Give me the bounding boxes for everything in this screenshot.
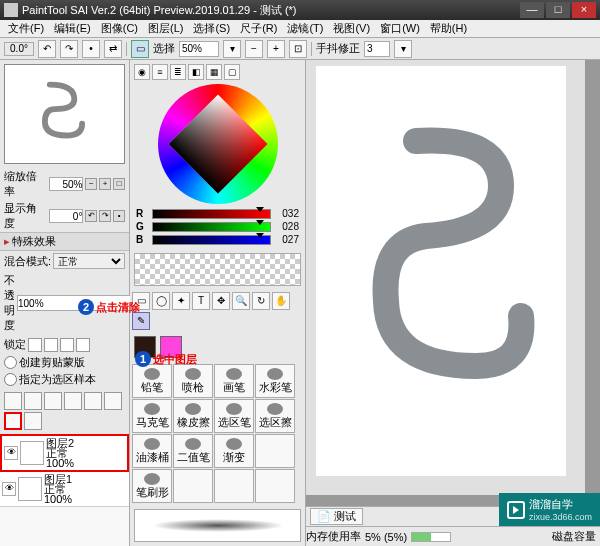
color-mixer-icon[interactable]: ◧ [188,64,204,80]
opacity-input[interactable] [17,295,146,311]
zoom-in-icon[interactable]: + [267,40,285,58]
lock-move-icon[interactable] [60,338,74,352]
brush-bucket[interactable]: 油漆桶 [132,434,172,468]
background-color[interactable] [160,336,182,358]
selection-tool-icon[interactable]: ▭ [131,40,149,58]
menu-ruler[interactable]: 尺子(R) [236,21,281,36]
blend-mode-select[interactable]: 正常 [53,253,125,269]
brush-airbrush[interactable]: 喷枪 [173,364,213,398]
canvas[interactable] [316,66,566,476]
swatch-icon[interactable]: ▦ [206,64,222,80]
flip-h-icon[interactable]: ⇄ [104,40,122,58]
brush-watercolor[interactable]: 水彩笔 [255,364,295,398]
zoom-menu-icon[interactable]: ▾ [223,40,241,58]
rotation-display[interactable]: 0.0° [4,42,34,56]
lasso-tool[interactable]: ◯ [152,292,170,310]
close-button[interactable]: × [572,2,596,18]
visibility-icon[interactable]: 👁 [4,446,18,460]
new-folder-icon[interactable] [44,392,62,410]
rect-select-tool[interactable]: ▭ [132,292,150,310]
transfer-down-icon[interactable] [84,392,102,410]
maximize-button[interactable]: □ [546,2,570,18]
g-slider[interactable] [152,222,271,232]
zoom-dec-icon[interactable]: − [85,178,97,190]
zoom-fit-icon[interactable]: ⊡ [289,40,307,58]
menu-window[interactable]: 窗口(W) [376,21,424,36]
move-tool[interactable]: ✥ [212,292,230,310]
play-icon [507,501,525,519]
angle-dec-icon[interactable]: ↶ [85,210,97,222]
menu-layer[interactable]: 图层(L) [144,21,187,36]
zoom-input[interactable] [49,177,83,191]
zoom-tool[interactable]: 🔍 [232,292,250,310]
minimize-button[interactable]: — [520,2,544,18]
rotate-reset-icon[interactable]: • [82,40,100,58]
brush-binary[interactable]: 二值笔 [173,434,213,468]
menu-image[interactable]: 图像(C) [97,21,142,36]
fx-header[interactable]: ▸ 特殊效果 [0,232,129,251]
angle-reset-icon[interactable]: • [113,210,125,222]
r-slider[interactable] [152,209,271,219]
text-tool[interactable]: T [192,292,210,310]
watermark: 溜溜自学 zixue.3d66.com [499,493,600,526]
lock-pixel-icon[interactable] [44,338,58,352]
swatch-palette[interactable] [134,253,301,286]
scratchpad-icon[interactable]: ▢ [224,64,240,80]
menu-help[interactable]: 帮助(H) [426,21,471,36]
eyedropper-tool[interactable]: ✎ [132,312,150,330]
select-zoom-input[interactable] [179,41,219,57]
angle-inc-icon[interactable]: ↷ [99,210,111,222]
new-linework-icon[interactable] [24,392,42,410]
rgb-slider-icon[interactable]: ≡ [152,64,168,80]
foreground-color[interactable] [134,336,156,358]
rotate-ccw-icon[interactable]: ↶ [38,40,56,58]
hsv-slider-icon[interactable]: ≣ [170,64,186,80]
rotate-cw-icon[interactable]: ↷ [60,40,78,58]
menu-filter[interactable]: 滤镜(T) [283,21,327,36]
brush-empty[interactable] [214,469,254,503]
menu-file[interactable]: 文件(F) [4,21,48,36]
brush-shape[interactable]: 笔刷形 [132,469,172,503]
zoom-reset-icon[interactable]: □ [113,178,125,190]
brush-selpen[interactable]: 选区笔 [214,399,254,433]
layer-item[interactable]: 👁 图层1 正常 100% [0,472,129,507]
brush-marker[interactable]: 马克笔 [132,399,172,433]
new-layer-icon[interactable] [4,392,22,410]
layer-item[interactable]: 👁 图层2 正常 100% [0,434,129,472]
color-wheel[interactable] [130,84,305,204]
color-wheel-icon[interactable]: ◉ [134,64,150,80]
menu-view[interactable]: 视图(V) [329,21,374,36]
zoom-out-icon[interactable]: − [245,40,263,58]
lock-all-icon[interactable] [76,338,90,352]
brush-pencil[interactable]: 铅笔 [132,364,172,398]
stabilizer-input[interactable] [364,41,390,57]
hand-tool[interactable]: ✋ [272,292,290,310]
clip-mask-radio[interactable] [4,356,17,369]
angle-input[interactable] [49,209,83,223]
navigator-thumbnail[interactable] [4,64,125,164]
layer-mask-icon[interactable] [64,392,82,410]
brush-brush[interactable]: 画笔 [214,364,254,398]
menu-select[interactable]: 选择(S) [189,21,234,36]
canvas-viewport[interactable] [306,60,600,506]
menu-edit[interactable]: 编辑(E) [50,21,95,36]
wand-tool[interactable]: ✦ [172,292,190,310]
clear-layer-icon[interactable] [4,412,22,430]
stabilizer-menu-icon[interactable]: ▾ [394,40,412,58]
brush-eraser[interactable]: 橡皮擦 [173,399,213,433]
brush-empty[interactable] [255,434,295,468]
brush-seleraser[interactable]: 选区擦 [255,399,295,433]
zoom-inc-icon[interactable]: + [99,178,111,190]
brush-gradient[interactable]: 渐变 [214,434,254,468]
brush-empty[interactable] [173,469,213,503]
lock-none-icon[interactable] [28,338,42,352]
ref-sample-radio[interactable] [4,373,17,386]
merge-down-icon[interactable] [104,392,122,410]
rotate-tool[interactable]: ↻ [252,292,270,310]
visibility-icon[interactable]: 👁 [2,482,16,496]
delete-layer-icon[interactable] [24,412,42,430]
brush-empty[interactable] [255,469,295,503]
doc-tab[interactable]: 📄 测试 [310,508,363,525]
b-slider[interactable] [152,235,271,245]
layer-opacity: 100% [46,458,74,468]
